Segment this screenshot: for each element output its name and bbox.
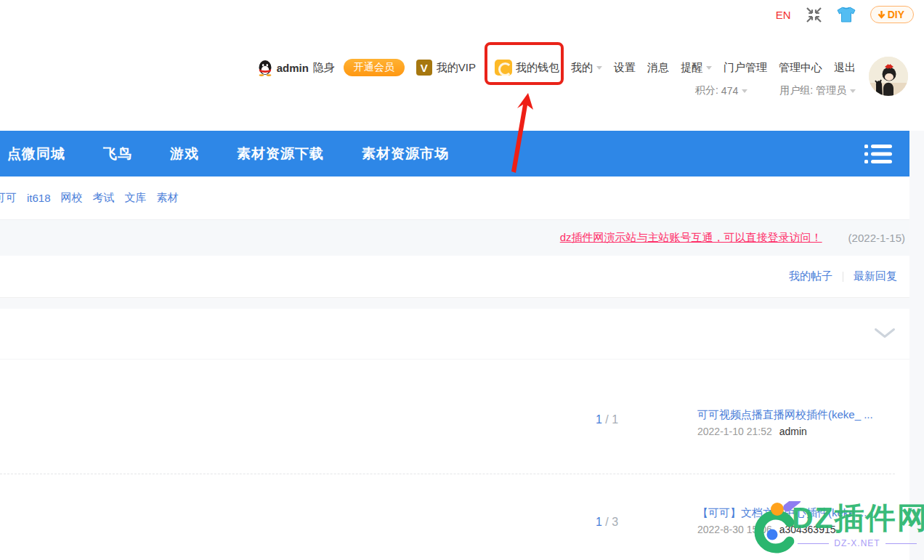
subnav-item-sucai[interactable]: 素材 <box>157 191 179 205</box>
diy-button[interactable]: DIY <box>870 6 914 23</box>
main-nav: 点微同城 飞鸟 游戏 素材资源下载 素材资源市场 <box>0 131 909 176</box>
subnav-item-keke[interactable]: 可可 <box>0 191 17 205</box>
caret-down-icon <box>596 66 602 73</box>
menu-item-mine-label: 我的 <box>571 61 593 75</box>
menu-item-messages-label: 消息 <box>647 61 669 75</box>
thread-row: 1 / 3 【可可】文档文库中心插件(keke ... 2022-8-30 15… <box>0 474 909 560</box>
user-header: admin 隐身 开通会员 V 我的VIP 我的钱包 我的 设置 <box>0 29 924 131</box>
subnav-item-kaoshi[interactable]: 考试 <box>93 191 115 205</box>
menu-item-portal-admin[interactable]: 门户管理 <box>724 61 767 75</box>
thread-meta: 2022-1-10 21:52 admin <box>697 425 909 439</box>
credits-value: 474 <box>721 85 738 97</box>
row-divider <box>0 474 895 474</box>
announcement-bar: dz插件网演示站与主站账号互通，可以直接登录访问！ (2022-1-15) <box>0 220 909 256</box>
chevron-down-icon[interactable] <box>874 328 896 342</box>
my-vip-link[interactable]: V 我的VIP <box>416 60 476 76</box>
user-stats-row: 积分: 474 用户组: 管理员 <box>695 84 856 97</box>
user-bar: admin 隐身 开通会员 V 我的VIP 我的钱包 我的 设置 <box>258 57 856 78</box>
view-count: 1 <box>612 413 618 426</box>
menu-item-portal-admin-label: 门户管理 <box>724 61 767 75</box>
tab-latest-reply[interactable]: 最新回复 <box>854 269 897 283</box>
announcement-date: (2022-1-15) <box>848 232 905 244</box>
forum-page: EN DIY <box>0 0 924 560</box>
nav-item-material-download[interactable]: 素材资源下载 <box>237 145 324 163</box>
invisible-status[interactable]: 隐身 <box>313 61 335 75</box>
tab-divider <box>843 272 843 282</box>
tshirt-icon[interactable] <box>837 6 856 23</box>
thread-stats: 1 / 3 <box>596 516 618 529</box>
tab-my-posts[interactable]: 我的帖子 <box>789 269 832 283</box>
subnav-item-wangxiao[interactable]: 网校 <box>61 191 83 205</box>
posts-tabs: 我的帖子 最新回复 <box>0 256 909 298</box>
caret-down-icon <box>850 89 856 96</box>
thread-list: 1 / 1 可可视频点播直播网校插件(keke_ ... 2022-1-10 2… <box>0 309 909 560</box>
nav-item-local[interactable]: 点微同城 <box>7 145 65 163</box>
collapse-icon[interactable] <box>806 7 822 23</box>
language-switch[interactable]: EN <box>776 9 791 21</box>
wallet-icon <box>495 60 512 76</box>
subnav-item-wenku[interactable]: 文库 <box>125 191 147 205</box>
caret-down-icon <box>706 66 712 73</box>
credits-label: 积分: <box>695 84 718 97</box>
stats-separator: / <box>605 516 608 528</box>
view-count: 3 <box>612 516 618 528</box>
nav-item-material-market[interactable]: 素材资源市场 <box>362 145 449 163</box>
thread-author-link[interactable]: a304363915 <box>779 524 836 535</box>
thread-title-link[interactable]: 【可可】文档文库中心插件(keke ... <box>697 506 909 519</box>
qq-icon <box>258 60 272 76</box>
reply-count[interactable]: 1 <box>596 413 602 426</box>
my-wallet-label: 我的钱包 <box>516 61 559 75</box>
menu-item-logout-label: 退出 <box>834 61 856 75</box>
subnav-item-it618[interactable]: it618 <box>27 192 51 204</box>
menu-item-logout[interactable]: 退出 <box>834 61 856 75</box>
usergroup-label: 用户组: <box>779 84 813 97</box>
menu-item-notices-label: 提醒 <box>681 61 702 75</box>
nav-item-feiniao[interactable]: 飞鸟 <box>103 145 132 163</box>
arrow-down-icon <box>878 10 885 20</box>
upgrade-member-button[interactable]: 开通会员 <box>344 59 405 76</box>
menu-item-messages[interactable]: 消息 <box>647 61 669 75</box>
thread-author-link[interactable]: admin <box>779 426 807 437</box>
thread-row: 1 / 1 可可视频点播直播网校插件(keke_ ... 2022-1-10 2… <box>0 360 909 474</box>
my-vip-label: 我的VIP <box>437 61 476 75</box>
vip-badge-icon: V <box>416 60 432 76</box>
usergroup-value: 管理员 <box>816 84 846 97</box>
thread-date: 2022-8-30 15:06 <box>697 524 772 535</box>
menu-item-settings-label: 设置 <box>614 61 636 75</box>
thread-date: 2022-1-10 21:52 <box>697 426 772 437</box>
username[interactable]: admin <box>277 62 309 74</box>
caret-down-icon <box>742 89 747 96</box>
usergroup-dropdown[interactable]: 用户组: 管理员 <box>779 84 856 97</box>
my-wallet-link[interactable]: 我的钱包 <box>495 60 559 76</box>
menu-item-notices[interactable]: 提醒 <box>681 61 712 75</box>
nav-item-games[interactable]: 游戏 <box>170 145 199 163</box>
thread-info: 【可可】文档文库中心插件(keke ... 2022-8-30 15:06 a3… <box>697 506 909 537</box>
announcement-link[interactable]: dz插件网演示站与主站账号互通，可以直接登录访问！ <box>560 231 822 245</box>
reply-count[interactable]: 1 <box>596 516 602 528</box>
menu-item-admin-center-label: 管理中心 <box>779 61 822 75</box>
credits-dropdown[interactable]: 积分: 474 <box>695 84 747 97</box>
menu-item-settings[interactable]: 设置 <box>614 61 636 75</box>
thread-meta: 2022-8-30 15:06 a304363915 <box>697 523 909 537</box>
menu-item-admin-center[interactable]: 管理中心 <box>779 61 822 75</box>
stats-separator: / <box>605 413 608 426</box>
sub-nav: 可可 it618 网校 考试 文库 素材 <box>0 176 909 220</box>
diy-label: DIY <box>888 9 904 20</box>
thread-info: 可可视频点播直播网校插件(keke_ ... 2022-1-10 21:52 a… <box>697 407 909 439</box>
list-menu-icon[interactable] <box>864 143 892 168</box>
top-utility-bar: EN DIY <box>0 0 924 29</box>
collapse-row <box>0 309 909 360</box>
avatar[interactable] <box>869 57 908 96</box>
menu-item-mine[interactable]: 我的 <box>571 61 602 75</box>
thread-stats: 1 / 1 <box>596 413 618 426</box>
thread-title-link[interactable]: 可可视频点播直播网校插件(keke_ ... <box>697 407 909 421</box>
